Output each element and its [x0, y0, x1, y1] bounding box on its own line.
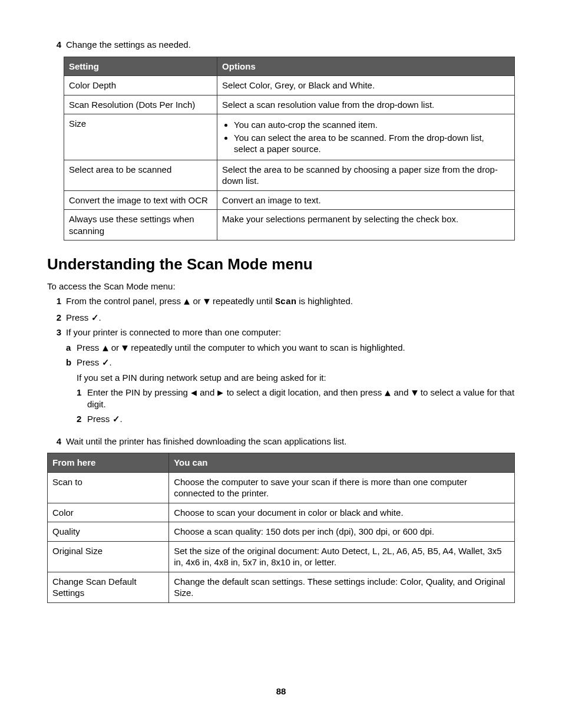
svg-marker-4 — [191, 391, 197, 397]
cell: Size — [64, 114, 217, 160]
cell: Color — [48, 503, 169, 522]
substep-text: Press or repeatedly until the computer t… — [77, 342, 405, 354]
table2-header-youcan: You can — [169, 453, 515, 473]
intro-text: To access the Scan Mode menu: — [47, 281, 515, 292]
cell: Select the area to be scanned by choosin… — [217, 160, 515, 190]
substep-a: a Press or repeatedly until the computer… — [66, 342, 515, 354]
pin-intro: If you set a PIN during network setup an… — [77, 372, 515, 384]
svg-marker-6 — [385, 391, 391, 397]
pin-step-number: 1 — [77, 387, 87, 410]
step-text: From the control panel, press or repeate… — [66, 295, 515, 308]
pin-step-text: Enter the PIN by pressing and to select … — [87, 387, 515, 410]
step-number: 1 — [47, 295, 66, 308]
pin-step-2: 2 Press ✓. — [77, 413, 515, 425]
table-row: Scan Resolution (Dots Per Inch) Select a… — [64, 95, 515, 114]
table-row: Always use these settings when scanning … — [64, 210, 515, 241]
table1-header-setting: Setting — [64, 57, 217, 76]
cell: Select a scan resolution value from the … — [217, 95, 515, 114]
settings-table: Setting Options Color Depth Select Color… — [64, 57, 515, 241]
substep-letter: b — [66, 357, 77, 429]
cell: Change Scan Default Settings — [48, 572, 169, 602]
step-1: 1 From the control panel, press or repea… — [47, 295, 515, 308]
scan-label: Scan — [275, 297, 296, 307]
down-triangle-icon — [203, 298, 210, 305]
step-text: If your printer is connected to more tha… — [66, 327, 515, 432]
cell: Set the size of the original document: A… — [169, 541, 515, 572]
substep-b: b Press ✓. If you set a PIN during netwo… — [66, 357, 515, 429]
up-triangle-icon — [183, 298, 190, 305]
cell: Select area to be scanned — [64, 160, 217, 190]
cell: Original Size — [48, 541, 169, 572]
step-4-top: 4 Change the settings as needed. — [47, 39, 515, 51]
svg-marker-3 — [122, 345, 128, 351]
step-text: Press ✓. — [66, 312, 515, 324]
svg-marker-5 — [218, 391, 224, 397]
step-number: 3 — [47, 327, 66, 432]
cell: Select Color, Grey, or Black and White. — [217, 76, 515, 95]
step-2: 2 Press ✓. — [47, 312, 515, 324]
table-row: Select area to be scanned Select the are… — [64, 160, 515, 190]
table-row: Convert the image to text with OCR Conve… — [64, 190, 515, 210]
table-row: Color Choose to scan your document in co… — [48, 503, 515, 522]
table-row: Color Depth Select Color, Grey, or Black… — [64, 76, 515, 95]
cell: Convert an image to text. — [217, 190, 515, 210]
step-number: 4 — [47, 436, 66, 447]
substep-text: Press ✓. If you set a PIN during network… — [77, 357, 515, 429]
bullet: You can auto-crop the scanned item. — [234, 119, 510, 131]
step-text: Wait until the printer has finished down… — [66, 436, 515, 447]
check-icon: ✓ — [91, 312, 99, 322]
step-4: 4 Wait until the printer has finished do… — [47, 436, 515, 447]
table-row: Size You can auto-crop the scanned item.… — [64, 114, 515, 160]
step-number: 4 — [47, 39, 66, 51]
step-text: Change the settings as needed. — [66, 39, 515, 51]
step-3: 3 If your printer is connected to more t… — [47, 327, 515, 432]
down-triangle-icon — [411, 390, 418, 397]
svg-marker-1 — [204, 299, 210, 305]
table-row: Change Scan Default Settings Change the … — [48, 572, 515, 602]
svg-marker-2 — [103, 345, 108, 351]
bullet: You can select the area to be scanned. F… — [234, 132, 510, 155]
cell: Scan Resolution (Dots Per Inch) — [64, 95, 217, 114]
table-row: Original Size Set the size of the origin… — [48, 541, 515, 572]
cell: Choose a scan quality: 150 dots per inch… — [169, 522, 515, 542]
page-number: 88 — [47, 686, 515, 697]
up-triangle-icon — [102, 345, 109, 352]
cell: You can auto-crop the scanned item. You … — [217, 114, 515, 160]
cell: Choose to scan your document in color or… — [169, 503, 515, 522]
menu-table: From here You can Scan to Choose the com… — [47, 453, 515, 603]
cell: Scan to — [48, 472, 169, 503]
cell: Change the default scan settings. These … — [169, 572, 515, 602]
substep-letter: a — [66, 342, 77, 354]
table-row: Quality Choose a scan quality: 150 dots … — [48, 522, 515, 542]
step-number: 2 — [47, 312, 66, 324]
cell: Convert the image to text with OCR — [64, 190, 217, 210]
pin-step-1: 1 Enter the PIN by pressing and to selec… — [77, 387, 515, 410]
pin-step-number: 2 — [77, 413, 87, 425]
pin-step-text: Press ✓. — [87, 413, 123, 425]
svg-marker-0 — [184, 299, 190, 305]
down-triangle-icon — [121, 345, 128, 352]
up-triangle-icon — [384, 390, 391, 397]
section-heading: Understanding the Scan Mode menu — [47, 255, 515, 275]
table2-header-from: From here — [48, 453, 169, 473]
left-triangle-icon — [190, 390, 197, 397]
cell: Color Depth — [64, 76, 217, 95]
cell: Quality — [48, 522, 169, 542]
table-row: Scan to Choose the computer to save your… — [48, 472, 515, 503]
right-triangle-icon — [217, 390, 224, 397]
check-icon: ✓ — [113, 414, 120, 424]
table1-header-options: Options — [217, 57, 515, 76]
cell: Make your selections permanent by select… — [217, 210, 515, 241]
cell: Choose the computer to save your scan if… — [169, 472, 515, 503]
check-icon: ✓ — [102, 357, 110, 367]
cell: Always use these settings when scanning — [64, 210, 217, 241]
svg-marker-7 — [412, 391, 418, 397]
